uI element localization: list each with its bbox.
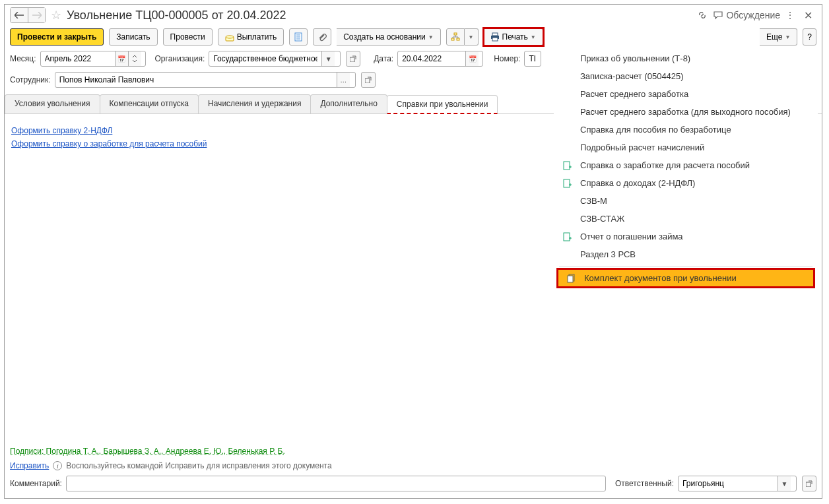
svg-rect-11: [492, 38, 498, 41]
pm-szvm[interactable]: СЗВ-М: [554, 192, 818, 210]
tab-vacation-comp[interactable]: Компенсации отпуска: [100, 94, 199, 113]
svg-rect-6: [454, 33, 457, 35]
doc-plus-icon: [563, 179, 575, 188]
chevron-down-icon: ▼: [428, 34, 434, 40]
svg-rect-9: [492, 33, 498, 36]
more-label: Еще: [766, 32, 782, 42]
fix-link[interactable]: Исправить: [10, 461, 49, 470]
responsible-input[interactable]: [679, 476, 778, 491]
responsible-field[interactable]: ▼: [678, 476, 797, 491]
print-label: Печать: [502, 32, 528, 42]
nav-back-button[interactable]: [11, 8, 28, 22]
number-input[interactable]: [525, 51, 539, 66]
number-label: Номер:: [494, 54, 520, 63]
svg-rect-8: [457, 38, 459, 40]
close-icon[interactable]: ✕: [800, 9, 816, 22]
pm-avg-earn-severance[interactable]: Расчет среднего заработка (для выходного…: [554, 103, 818, 121]
tree-icon: [451, 32, 460, 42]
doc-plus-icon: [563, 161, 575, 170]
spinner-icon[interactable]: [128, 51, 141, 66]
print-menu: Приказ об увольнении (Т-8) Записка-расче…: [554, 46, 818, 292]
nav-forward-button[interactable]: [28, 8, 45, 22]
pm-order-t8[interactable]: Приказ об увольнении (Т-8): [554, 49, 818, 67]
pm-unemployment-ref[interactable]: Справка для пособия по безработице: [554, 121, 818, 139]
employee-field[interactable]: …: [55, 72, 356, 88]
doc-stack-icon: [567, 274, 579, 283]
print-dropdown[interactable]: Печать ▼: [484, 28, 543, 46]
svg-rect-16: [564, 233, 570, 241]
org-label: Организация:: [155, 54, 205, 63]
pay-button[interactable]: Выплатить: [218, 28, 284, 46]
comment-label: Комментарий:: [10, 479, 62, 488]
doc-plus-icon: [563, 232, 575, 241]
link-icon[interactable]: [697, 10, 708, 20]
favorite-star-icon[interactable]: ☆: [51, 8, 61, 22]
menu-separator: [559, 266, 812, 267]
chevron-down-icon: ▼: [469, 34, 474, 40]
signatures-link[interactable]: Подписи: Погодина Т. А., Барышева З. А.,…: [10, 447, 287, 456]
nav-buttons: [10, 7, 46, 23]
responsible-label: Ответственный:: [615, 479, 674, 488]
coins-icon: [225, 32, 234, 42]
more-dropdown[interactable]: Еще ▼: [760, 28, 797, 46]
select-icon[interactable]: …: [337, 73, 350, 87]
comment-field[interactable]: [66, 476, 606, 491]
org-input[interactable]: [209, 51, 321, 66]
tab-accruals[interactable]: Начисления и удержания: [198, 94, 311, 113]
printer-icon: [490, 32, 500, 42]
month-field[interactable]: 📅: [40, 51, 146, 67]
write-button[interactable]: Записать: [109, 28, 157, 46]
chevron-down-icon[interactable]: ▼: [321, 51, 335, 66]
info-icon: i: [53, 461, 62, 470]
svg-rect-12: [350, 57, 354, 62]
pm-szv-stazh[interactable]: СЗВ-СТАЖ: [554, 210, 818, 228]
svg-rect-7: [451, 38, 454, 40]
svg-rect-15: [564, 179, 570, 187]
date-input[interactable]: [398, 51, 465, 66]
date-label: Дата:: [374, 54, 393, 63]
discussion-icon[interactable]: Обсуждение: [713, 10, 780, 20]
tab-conditions[interactable]: Условия увольнения: [5, 94, 100, 113]
month-label: Месяц:: [10, 54, 36, 63]
structure-dropdown[interactable]: ▼: [446, 28, 479, 46]
pay-label: Выплатить: [237, 32, 277, 42]
org-field[interactable]: ▼: [209, 51, 341, 67]
calendar-icon[interactable]: 📅: [465, 51, 479, 66]
svg-rect-18: [568, 276, 573, 282]
month-input[interactable]: [41, 51, 115, 66]
document-icon-button[interactable]: [289, 28, 308, 46]
calendar-icon[interactable]: 📅: [115, 51, 128, 66]
kebab-menu-icon[interactable]: ⋮: [785, 10, 795, 20]
open-icon[interactable]: [346, 51, 360, 67]
svg-rect-13: [365, 79, 370, 83]
svg-rect-19: [806, 482, 811, 487]
pm-doc-set[interactable]: Комплект документов при увольнении: [558, 269, 814, 287]
post-and-close-button[interactable]: Провести и закрыть: [10, 28, 104, 46]
help-button[interactable]: ?: [803, 28, 816, 46]
comment-input[interactable]: [67, 476, 605, 491]
pm-rsv-section3[interactable]: Раздел 3 РСВ: [554, 245, 818, 263]
attachment-icon-button[interactable]: [313, 28, 331, 46]
open-icon[interactable]: [802, 476, 816, 491]
employee-input[interactable]: [55, 73, 337, 87]
number-field[interactable]: [524, 51, 541, 67]
chevron-down-icon: ▼: [531, 34, 536, 40]
fix-hint: Воспользуйтесь командой Исправить для ис…: [66, 461, 331, 470]
pm-earnings-ref[interactable]: Справка о заработке для расчета пособий: [554, 156, 818, 174]
date-field[interactable]: 📅: [397, 51, 483, 67]
svg-rect-14: [564, 162, 570, 170]
chevron-down-icon[interactable]: ▼: [778, 476, 791, 491]
post-button[interactable]: Провести: [163, 28, 213, 46]
create-based-label: Создать на основании: [343, 32, 426, 42]
tab-dismissal-refs[interactable]: Справки при увольнении: [387, 95, 498, 114]
open-icon[interactable]: [361, 72, 376, 88]
employee-label: Сотрудник:: [10, 75, 51, 84]
pm-detailed-calc[interactable]: Подробный расчет начислений: [554, 139, 818, 156]
pm-2ndfl[interactable]: Справка о доходах (2-НДФЛ): [554, 174, 818, 192]
pm-loan-report[interactable]: Отчет о погашении займа: [554, 228, 818, 245]
create-based-dropdown[interactable]: Создать на основании ▼: [337, 28, 440, 46]
tab-additional[interactable]: Дополнительно: [310, 94, 387, 113]
pm-avg-earn[interactable]: Расчет среднего заработка: [554, 85, 818, 103]
discussion-label: Обсуждение: [726, 10, 780, 20]
pm-note-calc[interactable]: Записка-расчет (0504425): [554, 67, 818, 85]
